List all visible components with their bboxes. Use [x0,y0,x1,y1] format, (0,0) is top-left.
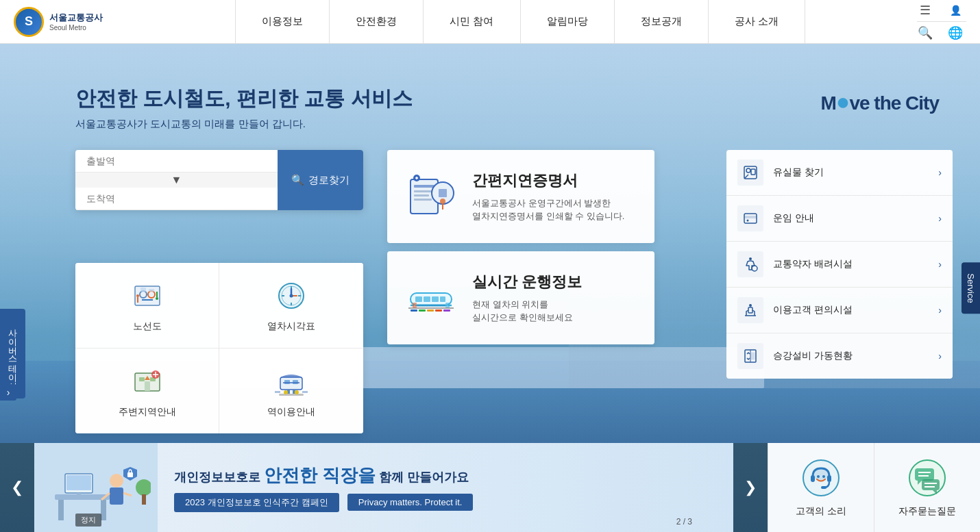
cert-card[interactable]: 간편지연증명서 서울교통공사 운영구간에서 발생한열차지연증명서를 인쇄할 수 … [387,150,654,243]
side-tab-arrow[interactable]: › [0,384,16,401]
header: S 서울교통공사 Seoul Metro 이용정보 안전환경 시민 참여 알림마… [0,0,980,44]
banner-campaign: 2023 개인정보보호 인식주간 캠페인 [174,493,339,512]
banner-content: 개인정보보호로 안전한 직장을 함께 만들어가요 2023 개인정보보호 인식주… [34,443,733,532]
route-search-button[interactable]: 🔍 경로찾기 [278,150,363,210]
svg-rect-79 [751,353,755,359]
nav-usage[interactable]: 이용정보 [235,0,330,44]
logo-text: 서울교통공사 Seoul Metro [49,12,103,31]
service-item-elevator[interactable]: 승강설비 가동현황 › [726,333,953,379]
banner-main-text: 개인정보보호로 안전한 직장을 함께 만들어가요 [174,464,717,487]
realtime-card[interactable]: 실시간 운행정보 현재 열차의 위치를실시간으로 확인해보세요 [387,251,654,344]
hero-title: 안전한 도시철도, 편리한 교통 서비스 [75,85,413,112]
quick-item-area[interactable]: 주변지역안내 [75,349,219,433]
svg-rect-88 [110,487,123,505]
faq-icon [907,457,948,498]
elevator-icon [737,343,763,369]
logo-name-en: Seoul Metro [49,24,103,31]
quick-item-schedule[interactable]: 열차시각표 [219,263,363,349]
service-right-tab-label: Service [966,273,976,303]
banner-sub-row: 2023 개인정보보호 인식주간 캠페인 Privacy matters. Pr… [174,493,717,512]
hero-brand: M●ve the City [821,88,939,115]
station-icon [273,364,309,399]
nav-safety[interactable]: 안전환경 [330,0,424,44]
service-label-lost: 유실물 찾기 [773,166,929,179]
service-item-lost[interactable]: 유실물 찾기 › [726,150,953,196]
svg-rect-96 [811,475,815,482]
svg-rect-85 [66,475,91,490]
nav-info[interactable]: 정보공개 [615,0,709,44]
svg-point-72 [749,257,752,260]
svg-point-7 [156,297,158,300]
svg-rect-68 [751,169,755,175]
fare-icon [737,205,763,231]
service-item-accessibility[interactable]: 교통약자 배려시설 › [726,242,953,288]
realtime-info: 실시간 운행정보 현재 열차의 위치를실시간으로 확인해보세요 [472,272,582,325]
svg-rect-97 [827,475,831,482]
svg-point-34 [295,390,299,394]
route-search-label: 경로찾기 [308,174,350,187]
svg-point-73 [752,266,757,271]
svg-point-71 [747,220,749,222]
service-right-tab[interactable]: Service [961,262,980,314]
quick-label-route-map: 노선도 [133,320,162,333]
swap-icon[interactable]: ▼ [75,173,278,188]
svg-rect-38 [414,185,434,188]
accessibility-icon [737,251,763,277]
bottom-card-faq-label: 자주묻는질문 [898,505,956,518]
menu-icon[interactable]: ☰ [917,2,933,18]
svg-rect-82 [58,500,64,520]
svg-rect-36 [302,391,308,393]
banner-inner: 개인정보보호로 안전한 직장을 함께 만들어가요 2023 개인정보보호 인식주… [34,443,733,532]
bottom-card-voice[interactable]: 고객의 소리 [768,443,874,532]
svg-rect-27 [284,380,290,384]
svg-point-99 [817,475,820,478]
svg-rect-62 [419,309,426,312]
user-icon[interactable]: 👤 [947,2,964,18]
quick-menu-grid: 노선도 열차시각표 [75,263,363,433]
svg-rect-106 [922,479,940,490]
bottom-card-voice-label: 고객의 소리 [796,505,846,518]
svg-rect-93 [142,494,146,505]
banner-prev-button[interactable]: ❮ [0,443,34,532]
banner-sub-text: Privacy matters. Protect it. [347,494,474,511]
arrival-row [75,188,278,210]
banner-stop-button[interactable]: 정지 [75,514,101,527]
svg-rect-83 [101,500,106,520]
service-label-convenience: 이용고객 편의시설 [773,304,929,316]
svg-point-18 [290,294,293,298]
nav-citizen[interactable]: 시민 참여 [424,0,520,44]
svg-rect-41 [414,199,432,201]
banner-prefix: 개인정보보호로 [174,470,264,484]
service-item-fare[interactable]: 운임 안내 › [726,196,953,242]
center-section: 간편지연증명서 서울교통공사 운영구간에서 발생한열차지연증명서를 인쇄할 수 … [387,150,654,344]
banner-counter: 2 / 3 [676,517,692,527]
svg-rect-86 [77,493,81,496]
svg-rect-51 [424,296,430,302]
nav-about[interactable]: 공사 소개 [709,0,805,44]
arrival-input[interactable] [86,193,267,204]
banner-next-button[interactable]: ❯ [733,443,768,532]
globe-icon[interactable]: 🌐 [947,25,964,41]
quick-item-station[interactable]: 역이용안내 [219,349,363,433]
convenience-icon [737,297,763,323]
svg-point-67 [746,168,750,173]
header-icons: ☰ 👤 🔍 🌐 [917,2,966,41]
svg-rect-50 [415,296,422,302]
banner-highlight: 안전한 직장을 [264,465,376,485]
svg-point-100 [822,475,825,478]
realtime-icon [404,270,458,325]
svg-rect-64 [435,309,442,312]
cert-icon [404,169,458,224]
svg-rect-53 [440,296,445,302]
svg-rect-91 [127,472,133,477]
svg-rect-75 [748,307,752,313]
nav-notice[interactable]: 알림마당 [521,0,615,44]
search-icon[interactable]: 🔍 [917,25,933,41]
quick-item-route-map[interactable]: 노선도 [75,263,219,349]
bottom-card-faq[interactable]: 자주묻는질문 [874,443,980,532]
service-label-elevator: 승강설비 가동현황 [773,350,929,362]
departure-input[interactable] [86,155,267,166]
logo[interactable]: S 서울교통공사 Seoul Metro [14,7,123,37]
svg-rect-35 [275,391,280,393]
service-item-convenience[interactable]: 이용고객 편의시설 › [726,288,953,333]
